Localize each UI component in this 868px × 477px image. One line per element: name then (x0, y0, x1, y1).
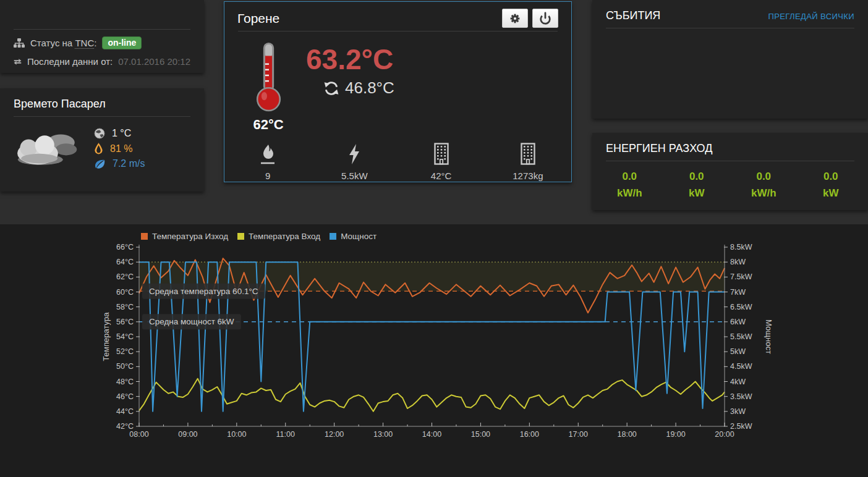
weather-temp-value: 1 °C (112, 128, 131, 139)
temperature-power-chart: 66°C64°C62°C60°C58°C56°C54°C52°C50°C48°C… (0, 224, 868, 477)
energy-number: 0.0 (730, 171, 798, 183)
energy-unit: kW/h (730, 187, 798, 200)
avg-power-label: Средна мощност 6kW (142, 314, 241, 329)
svg-text:15:00: 15:00 (471, 430, 490, 439)
svg-text:4.5kW: 4.5kW (730, 362, 752, 371)
svg-text:10:00: 10:00 (227, 430, 246, 439)
droplet-icon (94, 143, 103, 154)
burner-buttons (502, 9, 558, 28)
chart-panel: Температура ИзходТемпература ВходМощност… (0, 224, 868, 477)
energy-unit: kW (663, 187, 731, 200)
svg-text:62°C: 62°C (116, 272, 134, 281)
building-temp-value: 42°C (398, 171, 485, 181)
svg-text:13:00: 13:00 (373, 430, 393, 439)
svg-text:56°C: 56°C (116, 318, 134, 326)
svg-text:11:00: 11:00 (276, 430, 295, 439)
last-data-value: 07.01.2016 20:12 (118, 56, 190, 67)
set-temperature: 62°C (242, 117, 295, 133)
svg-text:2.5kW: 2.5kW (730, 422, 752, 431)
temperature-values: 63.2°C 46.8°C (306, 40, 394, 133)
energy-value-3: 0.0 kW/h (730, 171, 798, 200)
weather-panel-title: Времето Пасарел (0, 88, 204, 116)
cloud-image (14, 125, 78, 172)
weather-wind-value: 7.2 m/s (113, 158, 145, 169)
svg-text:12:00: 12:00 (325, 430, 344, 439)
svg-text:66°C: 66°C (116, 243, 134, 251)
svg-text:3kW: 3kW (730, 407, 746, 416)
building-temp-stat: 42°C (398, 141, 485, 181)
svg-text:42°C: 42°C (116, 422, 134, 431)
thermometer-icon (250, 40, 286, 113)
svg-text:8kW: 8kW (730, 258, 746, 266)
energy-number: 0.0 (798, 171, 865, 183)
energy-value-1: 0.0 kW/h (596, 171, 663, 200)
burner-stats: 9 5.5kW (224, 141, 571, 181)
svg-text:7.5kW: 7.5kW (730, 272, 752, 281)
svg-text:46°C: 46°C (116, 392, 134, 401)
refresh-icon (323, 80, 339, 96)
globe-icon (94, 128, 105, 139)
svg-text:19:00: 19:00 (666, 430, 685, 439)
energy-value-2: 0.0 kW (663, 171, 731, 200)
building-icon (519, 143, 537, 165)
events-panel: СЪБИТИЯ ПРЕГЛЕДАЙ ВСИЧКИ (592, 0, 868, 119)
svg-text:18:00: 18:00 (618, 430, 637, 439)
energy-panel: ЕНЕРГИЕН РАЗХОД 0.0 kW/h 0.0 kW 0.0 kW/h… (592, 133, 868, 210)
weather-humidity-row: 81 % (94, 143, 145, 154)
svg-text:14:00: 14:00 (422, 430, 441, 439)
svg-text:5.5kW: 5.5kW (730, 332, 752, 341)
burner-panel: Горене (224, 1, 572, 182)
weather-wind-row: 7.2 m/s (94, 158, 145, 169)
divider (606, 28, 854, 28)
last-data-row: Последни данни от: 07.01.2016 20:12 (14, 56, 190, 67)
return-temperature: 46.8°C (345, 78, 394, 98)
dashboard-top: Статус на TNC: on-line Последни данни от… (0, 0, 868, 224)
events-panel-header: СЪБИТИЯ ПРЕГЛЕДАЙ ВСИЧКИ (592, 0, 868, 28)
exchange-icon (14, 57, 22, 66)
fuel-weight-value: 1273kg (485, 171, 571, 181)
last-data-label: Последни данни от: (27, 56, 113, 67)
svg-text:54°C: 54°C (116, 332, 134, 341)
right-axis-title: Мощност (764, 319, 773, 354)
tnc-status-row: Статус на TNC: on-line (14, 36, 190, 49)
weather-temp-row: 1 °C (94, 128, 145, 139)
fuel-level-stat: 9 (224, 141, 311, 181)
flame-icon (258, 144, 277, 165)
building-icon (433, 143, 450, 165)
svg-text:8.5kW: 8.5kW (730, 243, 752, 251)
svg-text:64°C: 64°C (116, 258, 134, 266)
weather-body: 1 °C 81 % 7.2 m/s (0, 117, 204, 173)
svg-text:50°C: 50°C (116, 362, 134, 371)
power-button[interactable] (532, 9, 558, 28)
energy-value-4: 0.0 kW (798, 171, 865, 200)
svg-text:7kW: 7kW (730, 288, 746, 297)
svg-text:4kW: 4kW (730, 378, 746, 386)
weather-rows: 1 °C 81 % 7.2 m/s (94, 124, 145, 173)
dashboard: Статус на TNC: on-line Последни данни от… (0, 0, 868, 477)
burner-panel-header: Горене (224, 2, 571, 31)
tnc-status-label: Статус на TNC: (30, 38, 96, 48)
svg-text:58°C: 58°C (116, 303, 134, 311)
status-badge: on-line (102, 36, 142, 49)
svg-text:5kW: 5kW (730, 347, 746, 356)
return-temperature-row: 46.8°C (323, 78, 394, 98)
energy-unit: kW/h (596, 187, 663, 200)
svg-text:08:00: 08:00 (129, 430, 148, 439)
weather-panel: Времето Пасарел (0, 88, 204, 192)
settings-button[interactable] (502, 9, 528, 28)
view-all-events-link[interactable]: ПРЕГЛЕДАЙ ВСИЧКИ (768, 12, 854, 21)
left-axis-title: Температура (101, 312, 111, 361)
gear-icon (508, 12, 522, 25)
status-panel-header (14, 0, 190, 30)
svg-text:Средна мощност 6kW: Средна мощност 6kW (149, 317, 234, 326)
bolt-icon (347, 144, 361, 165)
svg-text:16:00: 16:00 (520, 430, 539, 439)
power-value: 5.5kW (311, 171, 398, 181)
svg-text:09:00: 09:00 (178, 430, 197, 439)
energy-unit: kW (798, 187, 865, 200)
svg-text:17:00: 17:00 (569, 430, 588, 439)
fuel-level-value: 9 (224, 171, 311, 181)
tnc-abbr: TNC (75, 38, 94, 49)
burner-readings: 62°C 63.2°C 46.8°C (224, 32, 571, 133)
svg-text:20:00: 20:00 (715, 430, 734, 439)
